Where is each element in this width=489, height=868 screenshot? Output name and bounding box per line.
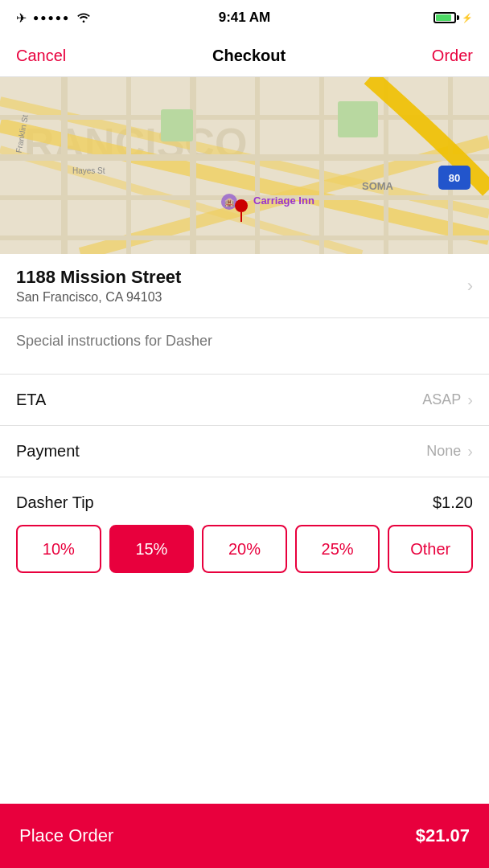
payment-value-wrap: None › bbox=[426, 442, 473, 461]
tip-button-tip-other[interactable]: Other bbox=[388, 525, 473, 573]
eta-chevron-icon: › bbox=[467, 391, 473, 409]
dasher-tip-section: Dasher Tip $1.20 10%15%20%25%Other bbox=[0, 477, 489, 573]
eta-value: ASAP bbox=[422, 391, 461, 408]
status-left-icons: ✈ ●●●●● bbox=[16, 10, 91, 26]
svg-text:🏨: 🏨 bbox=[224, 197, 235, 207]
address-line2: San Francisco, CA 94103 bbox=[16, 290, 181, 305]
signal-dots: ●●●●● bbox=[33, 12, 70, 23]
map-view: RANCISCO Franklin St Hayes St SOMA bbox=[0, 77, 489, 254]
tip-header: Dasher Tip $1.20 bbox=[16, 493, 473, 512]
address-row[interactable]: 1188 Mission Street San Francisco, CA 94… bbox=[0, 254, 489, 318]
address-chevron-icon: › bbox=[467, 276, 473, 297]
eta-row[interactable]: ETA ASAP › bbox=[0, 375, 489, 426]
order-button[interactable]: Order bbox=[432, 47, 473, 65]
status-time: 9:41 AM bbox=[219, 10, 271, 26]
place-order-price: $21.07 bbox=[416, 825, 470, 846]
svg-point-26 bbox=[235, 199, 248, 212]
tip-button-tip-10[interactable]: 10% bbox=[16, 525, 101, 573]
address-text: 1188 Mission Street San Francisco, CA 94… bbox=[16, 267, 181, 305]
tip-buttons-group: 10%15%20%25%Other bbox=[16, 525, 473, 573]
place-order-bar[interactable]: Place Order $21.07 bbox=[0, 804, 489, 868]
tip-button-tip-20[interactable]: 20% bbox=[202, 525, 287, 573]
special-instructions-input[interactable] bbox=[16, 333, 473, 350]
eta-value-wrap: ASAP › bbox=[422, 391, 473, 409]
tip-amount: $1.20 bbox=[433, 493, 473, 512]
svg-text:Hayes St: Hayes St bbox=[72, 166, 105, 175]
svg-rect-19 bbox=[161, 109, 193, 141]
airplane-icon: ✈ bbox=[16, 10, 27, 26]
place-order-label: Place Order bbox=[19, 825, 113, 846]
svg-text:80: 80 bbox=[449, 172, 460, 184]
status-right-icons: ⚡ bbox=[434, 12, 473, 23]
tip-button-tip-15[interactable]: 15% bbox=[109, 525, 195, 573]
wifi-icon bbox=[76, 11, 91, 25]
svg-text:SOMA: SOMA bbox=[362, 180, 394, 192]
svg-text:Carriage Inn: Carriage Inn bbox=[253, 194, 314, 207]
payment-value: None bbox=[426, 443, 461, 460]
tip-button-tip-25[interactable]: 25% bbox=[295, 525, 380, 573]
payment-chevron-icon: › bbox=[467, 442, 473, 461]
battery-indicator: ⚡ bbox=[434, 12, 473, 23]
svg-rect-20 bbox=[338, 101, 378, 137]
tip-label: Dasher Tip bbox=[16, 493, 94, 512]
payment-row[interactable]: Payment None › bbox=[0, 426, 489, 477]
address-line1: 1188 Mission Street bbox=[16, 267, 181, 288]
nav-bar: Cancel Checkout Order bbox=[0, 35, 489, 77]
special-instructions-container[interactable] bbox=[0, 318, 489, 375]
status-bar: ✈ ●●●●● 9:41 AM ⚡ bbox=[0, 0, 489, 35]
payment-label: Payment bbox=[16, 442, 80, 461]
page-title: Checkout bbox=[212, 47, 286, 65]
cancel-button[interactable]: Cancel bbox=[16, 47, 66, 65]
eta-label: ETA bbox=[16, 391, 46, 409]
